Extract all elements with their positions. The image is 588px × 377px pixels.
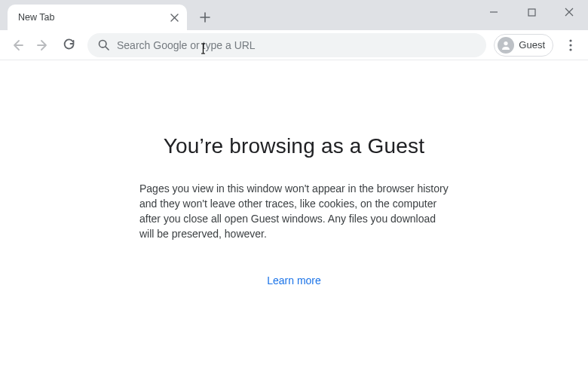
avatar	[498, 37, 514, 54]
back-button[interactable]	[6, 34, 29, 57]
minimize-button[interactable]	[478, 3, 510, 21]
plus-icon	[200, 12, 210, 23]
person-icon	[501, 40, 511, 51]
titlebar: New Tab	[0, 0, 588, 30]
arrow-right-icon	[36, 38, 50, 52]
kebab-icon	[569, 39, 572, 51]
page-heading: You’re browsing as a Guest	[164, 134, 425, 158]
forward-button[interactable]	[32, 34, 54, 57]
x-icon	[170, 14, 179, 22]
learn-more-link[interactable]: Learn more	[267, 274, 321, 287]
window-controls	[478, 3, 585, 21]
maximize-button[interactable]	[516, 3, 547, 21]
close-tab-button[interactable]	[167, 11, 181, 24]
svg-rect-0	[528, 9, 535, 16]
arrow-left-icon	[11, 38, 24, 52]
svg-point-2	[504, 41, 508, 45]
minimize-icon	[489, 8, 498, 17]
browser-tab[interactable]: New Tab	[8, 5, 187, 30]
svg-point-4	[569, 44, 571, 46]
tab-title: New Tab	[18, 12, 167, 23]
omnibox[interactable]	[87, 33, 486, 57]
svg-point-3	[569, 39, 571, 41]
toolbar: Guest	[0, 30, 588, 60]
profile-label: Guest	[519, 39, 545, 51]
new-tab-button[interactable]	[194, 7, 216, 28]
svg-point-5	[569, 48, 571, 51]
reload-button[interactable]	[57, 34, 80, 57]
omnibox-input[interactable]	[117, 39, 476, 51]
profile-chip[interactable]: Guest	[494, 34, 553, 57]
page-body-text: Pages you view in this window won't appe…	[139, 181, 449, 241]
maximize-icon	[528, 8, 536, 17]
search-icon	[98, 39, 109, 51]
reload-icon	[63, 38, 75, 51]
close-window-button[interactable]	[553, 3, 585, 21]
x-icon	[565, 8, 574, 17]
content-area: You’re browsing as a Guest Pages you vie…	[0, 60, 588, 377]
main-menu-button[interactable]	[559, 34, 582, 57]
